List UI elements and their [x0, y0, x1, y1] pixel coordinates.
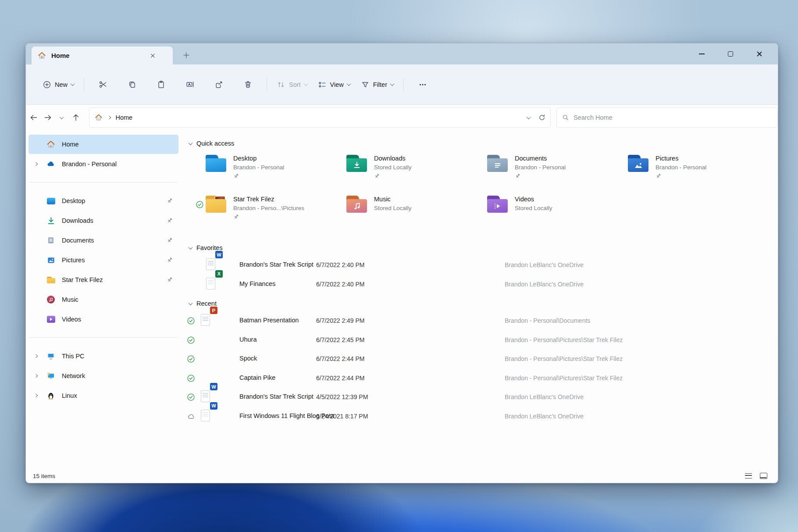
sidebar-item-linux[interactable]: Linux [28, 386, 178, 405]
sidebar-item-label: Linux [62, 392, 77, 399]
quick-access-item-videos[interactable]: Videos Stored Locally [487, 195, 628, 233]
share-button[interactable] [207, 75, 231, 94]
expand-chevron-icon[interactable] [28, 163, 43, 165]
quick-access-item-star-trek-filez[interactable]: Star Trek Filez Brandon - Perso...\Pictu… [206, 195, 346, 233]
item-location: Stored Locally [374, 205, 412, 211]
sidebar-item-label: Network [62, 372, 85, 379]
videos-icon [44, 316, 57, 323]
file-row-batman-presentation[interactable]: P Batman Presentation 6/7/2022 2:49 PM B… [181, 311, 778, 331]
search-box[interactable] [556, 107, 778, 128]
filter-button[interactable]: Filter [356, 75, 399, 94]
sidebar-item-network[interactable]: Network [28, 366, 178, 386]
address-dropdown-icon[interactable] [527, 115, 531, 119]
sidebar-item-this-pc[interactable]: This PC [28, 346, 178, 366]
expand-chevron-icon[interactable] [28, 394, 43, 397]
file-list-pane: Quick access Desktop Brandon - Personal [181, 130, 778, 468]
filter-icon [361, 80, 370, 89]
file-row-first-windows-11-flight-blog-post[interactable]: W First Windows 11 Flight Blog Post 6/24… [181, 407, 778, 426]
quick-access-item-documents[interactable]: Documents Brandon - Personal [487, 154, 628, 192]
sidebar-item-desktop[interactable]: Desktop [28, 191, 178, 211]
paste-button[interactable] [149, 75, 173, 94]
item-location: Brandon - Personal [233, 164, 284, 171]
maximize-button[interactable] [722, 46, 739, 61]
chevron-down-icon [60, 115, 64, 119]
sidebar-item-onedrive-personal[interactable]: Brandon - Personal [28, 154, 178, 174]
section-title: Favorites [196, 244, 223, 251]
breadcrumb-chevron-icon [107, 116, 110, 119]
file-location: Brandon - Personal\Pictures\Star Trek Fi… [505, 375, 623, 382]
details-view-icon[interactable] [745, 473, 752, 478]
tab-home[interactable]: Home [32, 46, 173, 64]
copy-button[interactable] [120, 75, 144, 94]
sync-check-icon [187, 317, 195, 326]
quick-access-item-pictures[interactable]: Pictures Brandon - Personal [628, 154, 769, 192]
item-location: Stored Locally [515, 205, 552, 211]
close-button[interactable] [751, 46, 768, 61]
cut-button[interactable] [91, 75, 115, 94]
address-bar[interactable]: Home [89, 107, 551, 128]
sidebar-item-videos[interactable]: Videos [28, 310, 178, 329]
section-header-quick-access[interactable]: Quick access [189, 130, 778, 147]
file-row-captain-pike[interactable]: Captain Pike 6/7/2022 2:44 PM Brandon - … [181, 369, 778, 388]
file-name: Uhura [239, 336, 257, 343]
desktop-icon [44, 197, 57, 204]
sidebar-item-music[interactable]: Music [28, 290, 178, 309]
up-button[interactable] [70, 111, 82, 124]
new-tab-button[interactable] [179, 48, 194, 63]
sync-check-icon [187, 355, 195, 364]
file-name: Spock [239, 355, 257, 362]
file-row-uhura[interactable]: Uhura 6/7/2022 2:45 PM Brandon - Persona… [181, 331, 778, 350]
collapse-chevron-icon[interactable] [189, 245, 193, 250]
quick-access-item-desktop[interactable]: Desktop Brandon - Personal [206, 154, 346, 192]
item-count: 15 items [33, 473, 55, 479]
view-button[interactable]: View [313, 75, 356, 94]
pin-icon [374, 173, 412, 179]
search-icon [562, 114, 569, 121]
cloud-status-icon [187, 413, 195, 422]
recent-section: Recent P Batman Presentation 6/7/2022 2:… [181, 300, 778, 426]
new-button[interactable]: New [37, 75, 79, 94]
sidebar-item-label: Home [62, 141, 79, 148]
chevron-down-icon [346, 82, 351, 86]
delete-button[interactable] [235, 75, 260, 94]
sort-icon [277, 80, 285, 89]
section-header-recent[interactable]: Recent [189, 300, 778, 307]
documents-folder-icon [487, 155, 508, 172]
sidebar-item-pictures[interactable]: Pictures [28, 250, 178, 270]
collapse-chevron-icon[interactable] [189, 301, 193, 305]
minimize-button[interactable] [693, 46, 710, 61]
expand-chevron-icon[interactable] [28, 355, 43, 357]
folder-icon [44, 277, 57, 283]
item-location: Stored Locally [374, 164, 412, 171]
sidebar-item-star-trek-filez[interactable]: Star Trek Filez [28, 270, 178, 289]
file-row-my-finances[interactable]: X My Finances 6/7/2022 2:40 PM Brandon L… [181, 275, 778, 294]
file-row-brandons-star-trek-script[interactable]: W Brandon's Star Trek Script 6/7/2022 2:… [181, 256, 778, 275]
sidebar-item-label: Videos [62, 316, 81, 323]
collapse-chevron-icon[interactable] [189, 141, 193, 145]
sidebar-item-documents[interactable]: Documents [28, 231, 178, 250]
sync-check-icon [187, 393, 195, 403]
back-button[interactable] [28, 111, 40, 124]
file-row-spock[interactable]: Spock 6/7/2022 2:44 PM Brandon - Persona… [181, 350, 778, 369]
breadcrumb-home[interactable]: Home [116, 114, 133, 121]
sidebar-item-downloads[interactable]: Downloads [28, 211, 178, 230]
sync-check-icon [196, 201, 203, 210]
home-tab-icon [38, 51, 46, 60]
recent-locations-button[interactable] [56, 111, 68, 124]
quick-access-item-downloads[interactable]: Downloads Stored Locally [346, 154, 487, 192]
tab-close-icon[interactable] [148, 51, 158, 61]
sidebar-item-home[interactable]: Home [28, 135, 178, 154]
rename-button[interactable] [178, 75, 202, 94]
quick-access-item-music[interactable]: Music Stored Locally [346, 195, 487, 233]
section-header-favorites[interactable]: Favorites [189, 244, 778, 251]
forward-button[interactable] [42, 111, 54, 124]
large-thumbnails-view-icon[interactable] [760, 473, 767, 479]
search-input[interactable] [574, 114, 772, 121]
refresh-icon[interactable] [538, 114, 546, 121]
trash-icon [243, 80, 253, 89]
file-date: 6/7/2022 2:40 PM [316, 261, 365, 268]
more-options-button[interactable] [410, 75, 435, 94]
expand-chevron-icon[interactable] [28, 375, 43, 377]
file-row-brandons-star-trek-script-recent[interactable]: W Brandon's Star Trek Script 4/5/2022 12… [181, 388, 778, 407]
sort-button[interactable]: Sort [271, 75, 313, 94]
